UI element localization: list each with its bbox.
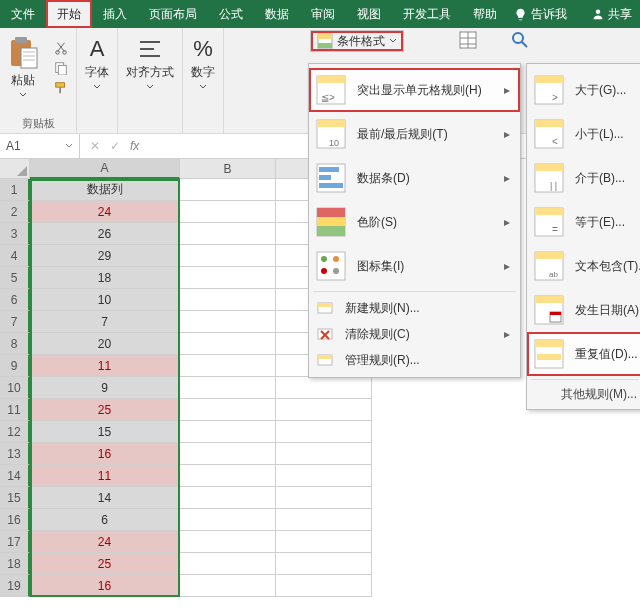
cell[interactable]: 10 [30, 289, 180, 311]
cell[interactable]: 20 [30, 333, 180, 355]
cell[interactable]: 24 [30, 531, 180, 553]
menu-tab[interactable]: 数据 [254, 0, 300, 28]
cell[interactable]: 18 [30, 267, 180, 289]
cell[interactable]: 数据列 [30, 179, 180, 201]
cell[interactable] [276, 443, 372, 465]
submenu-item[interactable]: =等于(E)... [527, 200, 640, 244]
cell[interactable] [180, 421, 276, 443]
row-header[interactable]: 12 [0, 421, 30, 443]
cut-icon[interactable] [54, 41, 68, 55]
row-header[interactable]: 5 [0, 267, 30, 289]
cf-menu-item[interactable]: 管理规则(R)... [309, 347, 520, 373]
row-header[interactable]: 13 [0, 443, 30, 465]
row-header[interactable]: 2 [0, 201, 30, 223]
cell[interactable]: 25 [30, 553, 180, 575]
cell[interactable] [180, 553, 276, 575]
cell[interactable]: 16 [30, 443, 180, 465]
format-painter-icon[interactable] [54, 81, 68, 95]
submenu-item[interactable]: | |介于(B)... [527, 156, 640, 200]
conditional-format-button[interactable]: 条件格式 [310, 30, 404, 52]
menu-tab[interactable]: 文件 [0, 0, 46, 28]
format-table-icon[interactable] [458, 30, 478, 50]
select-all-corner[interactable] [0, 159, 30, 179]
cell[interactable] [180, 311, 276, 333]
cf-menu-item[interactable]: ≦>突出显示单元格规则(H)▸ [309, 68, 520, 112]
cell[interactable] [276, 509, 372, 531]
menu-tab[interactable]: 页面布局 [138, 0, 208, 28]
row-header[interactable]: 9 [0, 355, 30, 377]
row-header[interactable]: 6 [0, 289, 30, 311]
cell[interactable] [180, 487, 276, 509]
menu-tab[interactable]: 开发工具 [392, 0, 462, 28]
column-header-A[interactable]: A [30, 159, 180, 179]
cell[interactable] [180, 179, 276, 201]
submenu-more-rules[interactable]: 其他规则(M)... [527, 383, 640, 405]
menu-tab[interactable]: 审阅 [300, 0, 346, 28]
row-header[interactable]: 18 [0, 553, 30, 575]
cancel-icon[interactable]: ✕ [90, 139, 100, 153]
row-header[interactable]: 8 [0, 333, 30, 355]
fx-icon[interactable]: fx [130, 139, 139, 153]
cell[interactable] [276, 531, 372, 553]
paste-button[interactable]: 粘贴 [6, 32, 40, 103]
cell[interactable] [276, 399, 372, 421]
cell[interactable] [276, 553, 372, 575]
cell[interactable]: 14 [30, 487, 180, 509]
submenu-item[interactable]: 发生日期(A)... [527, 288, 640, 332]
cell[interactable]: 26 [30, 223, 180, 245]
share-button[interactable]: 共享 [592, 6, 632, 23]
cell[interactable] [180, 575, 276, 597]
cell[interactable]: 25 [30, 399, 180, 421]
submenu-item[interactable]: <小于(L)... [527, 112, 640, 156]
menu-tab[interactable]: 公式 [208, 0, 254, 28]
name-box[interactable]: A1 [0, 134, 80, 158]
cell[interactable] [180, 443, 276, 465]
row-header[interactable]: 3 [0, 223, 30, 245]
menu-tab[interactable]: 帮助 [462, 0, 508, 28]
tell-me[interactable]: 告诉我 [514, 6, 567, 23]
cell[interactable] [276, 377, 372, 399]
cell[interactable] [180, 509, 276, 531]
cell[interactable]: 24 [30, 201, 180, 223]
cell[interactable]: 16 [30, 575, 180, 597]
enter-icon[interactable]: ✓ [110, 139, 120, 153]
search-icon[interactable] [510, 30, 530, 50]
cell[interactable]: 6 [30, 509, 180, 531]
cell[interactable]: 29 [30, 245, 180, 267]
row-header[interactable]: 11 [0, 399, 30, 421]
cell[interactable] [180, 531, 276, 553]
submenu-item[interactable]: 重复值(D)... [527, 332, 640, 376]
menu-tab[interactable]: 插入 [92, 0, 138, 28]
cf-menu-item[interactable]: 清除规则(C)▸ [309, 321, 520, 347]
row-header[interactable]: 4 [0, 245, 30, 267]
font-button[interactable]: A 字体 [83, 32, 111, 95]
row-header[interactable]: 14 [0, 465, 30, 487]
submenu-item[interactable]: ab文本包含(T)... [527, 244, 640, 288]
cell[interactable] [180, 465, 276, 487]
cell[interactable]: 15 [30, 421, 180, 443]
cell[interactable] [180, 245, 276, 267]
cell[interactable] [180, 201, 276, 223]
cell[interactable] [276, 421, 372, 443]
cell[interactable] [180, 289, 276, 311]
align-button[interactable]: 对齐方式 [124, 32, 176, 95]
row-header[interactable]: 15 [0, 487, 30, 509]
cell[interactable]: 11 [30, 465, 180, 487]
row-header[interactable]: 16 [0, 509, 30, 531]
row-header[interactable]: 10 [0, 377, 30, 399]
cell[interactable]: 9 [30, 377, 180, 399]
row-header[interactable]: 7 [0, 311, 30, 333]
cf-menu-item[interactable]: 图标集(I)▸ [309, 244, 520, 288]
cell[interactable] [180, 377, 276, 399]
copy-icon[interactable] [54, 61, 68, 75]
cell[interactable] [180, 223, 276, 245]
cell[interactable] [180, 333, 276, 355]
menu-tab[interactable]: 视图 [346, 0, 392, 28]
cf-menu-item[interactable]: 10最前/最后规则(T)▸ [309, 112, 520, 156]
cell[interactable] [276, 575, 372, 597]
cell[interactable] [276, 465, 372, 487]
cell[interactable] [180, 355, 276, 377]
cell[interactable] [276, 487, 372, 509]
submenu-item[interactable]: >大于(G)... [527, 68, 640, 112]
cell[interactable] [180, 267, 276, 289]
